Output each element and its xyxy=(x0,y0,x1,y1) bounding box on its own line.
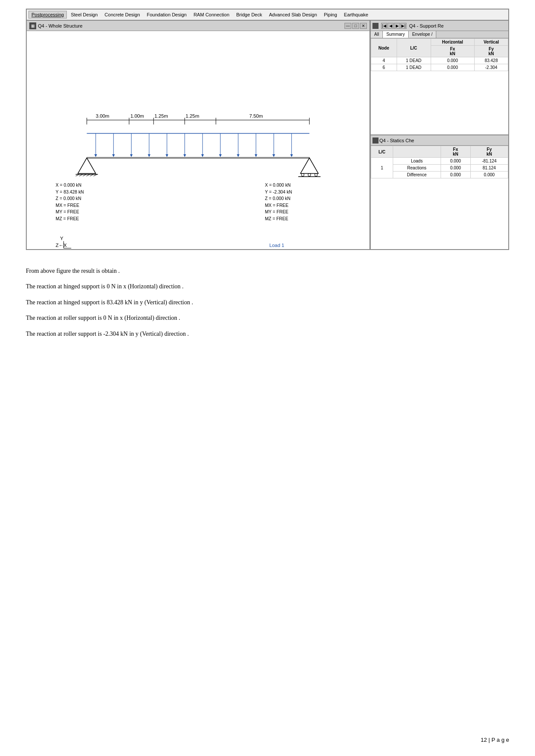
cell-label: Difference xyxy=(393,172,441,178)
menu-piping[interactable]: Piping xyxy=(321,11,340,19)
nav-prev[interactable]: ◀ xyxy=(388,23,394,29)
cell-lc: 1 DEAD xyxy=(397,57,431,64)
cell-label: Reactions xyxy=(393,165,441,172)
left-panel: ▦ Q4 - Whole Structure — □ ✕ xyxy=(27,21,370,249)
cell-fx: 0.000 xyxy=(441,165,470,172)
svg-text:X = 0.000 kN: X = 0.000 kN xyxy=(265,183,291,187)
svg-text:Z←X: Z←X xyxy=(56,243,67,248)
svg-point-10 xyxy=(301,173,304,176)
restore-button[interactable]: □ xyxy=(352,23,359,29)
svg-text:1.00m: 1.00m xyxy=(131,113,144,119)
col-header-fx: FxkN xyxy=(441,146,470,158)
cell-label: Loads xyxy=(393,158,441,165)
svg-text:1.25m: 1.25m xyxy=(154,113,168,119)
para-3: The reaction at hinged support is 83.428… xyxy=(26,298,509,307)
structure-svg: 3.00m 1.00m 1.25m 1.25m xyxy=(27,31,369,249)
para-2: The reaction at hinged support is 0 N in… xyxy=(26,282,509,291)
page-number: 12 | P a g e xyxy=(481,737,509,743)
cell-node: 6 xyxy=(371,64,397,71)
cell-fy: -2.304 xyxy=(474,64,508,71)
svg-text:MX = FREE: MX = FREE xyxy=(56,203,79,208)
cell-node: 4 xyxy=(371,57,397,64)
svg-marker-1 xyxy=(78,158,96,173)
support-reactions-table: Node L/C Horizontal Vertical FxkN FykN xyxy=(371,38,508,71)
right-bottom-panel: Q4 - Statics Che L/C FxkN FykN xyxy=(371,135,508,249)
tab-envelope[interactable]: Envelope / xyxy=(409,31,436,38)
menu-foundation-design[interactable]: Foundation Design xyxy=(144,11,190,19)
structure-area: 3.00m 1.00m 1.25m 1.25m xyxy=(27,31,369,249)
svg-text:Y = -2.304 kN: Y = -2.304 kN xyxy=(265,190,292,194)
tab-all[interactable]: All xyxy=(371,31,383,38)
close-button[interactable]: ✕ xyxy=(360,23,367,29)
right-top-title: Q4 - Support Re xyxy=(409,23,444,28)
cell-lc: 1 xyxy=(371,158,393,178)
svg-text:7.50m: 7.50m xyxy=(249,113,263,119)
table-icon-top xyxy=(372,23,379,29)
nav-next[interactable]: ▶ xyxy=(394,23,400,29)
right-panel: |◀ ◀ ▶ ▶| Q4 - Support Re All Summary En… xyxy=(370,21,508,249)
col-header-fx: FxkN xyxy=(431,46,474,57)
titlebar-buttons: — □ ✕ xyxy=(344,23,367,29)
svg-text:MZ = FREE: MZ = FREE xyxy=(265,216,288,221)
para-5: The reaction at roller support is -2.304… xyxy=(26,329,509,339)
cell-fy: 81.124 xyxy=(470,165,508,172)
right-top-panel: |◀ ◀ ▶ ▶| Q4 - Support Re All Summary En… xyxy=(371,21,508,135)
svg-text:MY = FREE: MY = FREE xyxy=(265,209,288,214)
cell-lc: 1 DEAD xyxy=(397,64,431,71)
menu-ram-connection[interactable]: RAM Connection xyxy=(191,11,232,19)
svg-text:Z = 0.000 kN: Z = 0.000 kN xyxy=(56,196,81,201)
svg-marker-9 xyxy=(300,158,318,173)
cell-fx: 0.000 xyxy=(431,57,474,64)
menu-bar: Postprocessing Steel Design Concrete Des… xyxy=(27,9,508,21)
cell-fx: 0.000 xyxy=(431,64,474,71)
menu-steel-design[interactable]: Steel Design xyxy=(68,11,100,19)
menu-advanced-slab[interactable]: Advanced Slab Design xyxy=(266,11,320,19)
table-row: 6 1 DEAD 0.000 -2.304 xyxy=(371,64,508,71)
right-top-titlebar: |◀ ◀ ▶ ▶| Q4 - Support Re xyxy=(371,21,508,31)
menu-postprocessing[interactable]: Postprocessing xyxy=(28,11,67,19)
left-panel-title: Q4 - Whole Structure xyxy=(38,23,82,28)
nav-last[interactable]: ▶| xyxy=(400,23,407,29)
cell-fx: 0.000 xyxy=(441,158,470,165)
statics-check-table: L/C FxkN FykN 1 Loads 0.000 -81 xyxy=(371,146,508,178)
cell-fy: 0.000 xyxy=(470,172,508,178)
svg-text:MY = FREE: MY = FREE xyxy=(56,209,79,214)
ui-screenshot: Postprocessing Steel Design Concrete Des… xyxy=(26,9,509,250)
nav-buttons: |◀ ◀ ▶ ▶| xyxy=(381,23,407,29)
col-header-fy: FykN xyxy=(470,146,508,158)
menu-concrete-design[interactable]: Concrete Design xyxy=(102,11,143,19)
cell-fy: 83.428 xyxy=(474,57,508,64)
svg-text:Load 1: Load 1 xyxy=(269,243,285,248)
text-content: From above figure the result is obtain .… xyxy=(26,262,509,349)
tab-summary[interactable]: Summary xyxy=(383,31,409,38)
cell-fy: -81.124 xyxy=(470,158,508,165)
svg-text:1.25m: 1.25m xyxy=(186,113,200,119)
col-header-vertical: Vertical xyxy=(474,39,508,46)
col-header-horizontal: Horizontal xyxy=(431,39,474,46)
table-row: 1 Loads 0.000 -81.124 xyxy=(371,158,508,165)
right-bottom-titlebar: Q4 - Statics Che xyxy=(371,135,508,146)
menu-earthquake[interactable]: Earthquake xyxy=(341,11,371,19)
minimize-button[interactable]: — xyxy=(344,23,351,29)
table-icon-bottom xyxy=(372,137,379,144)
svg-text:Y = 83.428 kN: Y = 83.428 kN xyxy=(56,190,84,194)
col-header-lc: L/C xyxy=(371,146,393,158)
menu-bridge-deck[interactable]: Bridge Deck xyxy=(233,11,265,19)
svg-text:Z = 0.000 kN: Z = 0.000 kN xyxy=(265,196,290,201)
svg-point-11 xyxy=(308,173,311,176)
nav-first[interactable]: |◀ xyxy=(381,23,387,29)
svg-text:Y: Y xyxy=(60,236,63,241)
col-header-lc: L/C xyxy=(397,39,431,57)
svg-text:3.00m: 3.00m xyxy=(96,113,110,119)
col-header-node: Node xyxy=(371,39,397,57)
left-panel-titlebar: ▦ Q4 - Whole Structure — □ ✕ xyxy=(27,21,369,31)
right-bottom-title: Q4 - Statics Che xyxy=(379,138,414,143)
tabs-row-top: All Summary Envelope / xyxy=(371,31,508,38)
svg-point-12 xyxy=(315,173,317,176)
svg-text:MX = FREE: MX = FREE xyxy=(265,203,288,208)
panel-icon: ▦ xyxy=(29,22,36,29)
col-header-label xyxy=(393,146,441,158)
para-4: The reaction at roller support is 0 N in… xyxy=(26,313,509,323)
svg-text:X = 0.000 kN: X = 0.000 kN xyxy=(56,183,81,187)
table-row: 4 1 DEAD 0.000 83.428 xyxy=(371,57,508,64)
